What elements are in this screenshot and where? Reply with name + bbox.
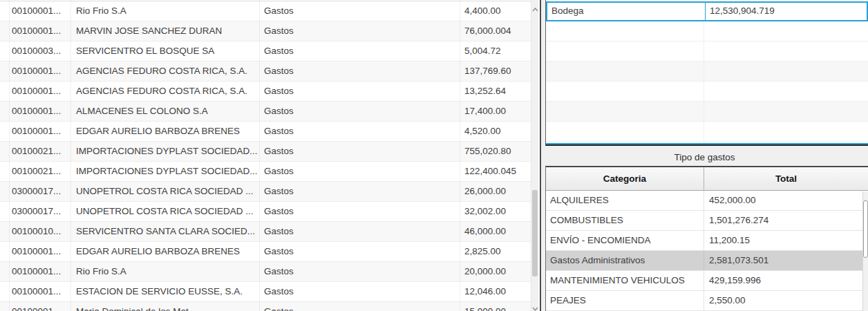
- row-id: 00100001...: [9, 242, 70, 261]
- empty-row[interactable]: [546, 41, 868, 62]
- expense-total: 2,581,073.501: [704, 251, 868, 270]
- table-row[interactable]: 00100001... Rio Frio S.A Gastos 20,000.0…: [0, 262, 531, 282]
- vendor-expenses-rows: 00100001... Rio Frio S.A Gastos 4,400.00…: [0, 1, 531, 311]
- row-id: 00100001...: [9, 1, 70, 21]
- table-row[interactable]: 00100001... AGENCIAS FEDURO COSTA RICA, …: [0, 82, 531, 102]
- empty-rows: [546, 21, 868, 142]
- row-amount: 17,400.00: [460, 102, 531, 121]
- row-id: 00100021...: [9, 142, 70, 161]
- expense-row[interactable]: ENVÍO - ENCOMIENDA 11,200.15: [546, 231, 868, 251]
- row-category: Gastos: [259, 62, 460, 81]
- row-amount: 26,000.00: [460, 182, 531, 201]
- row-category: Gastos: [259, 41, 460, 61]
- row-gutter: [0, 282, 9, 301]
- row-amount: 32,002.00: [460, 202, 531, 221]
- row-gutter: [0, 122, 9, 141]
- expense-category: MANTENIMIENTO VEHICULOS: [546, 271, 704, 290]
- row-category: Gastos: [259, 202, 460, 221]
- row-amount: 122,400.045: [460, 162, 531, 181]
- scrollbar-thumb[interactable]: [532, 190, 538, 276]
- expense-row[interactable]: COMBUSTIBLES 1,501,276.274: [546, 211, 868, 231]
- expense-total: 452,000.00: [704, 191, 868, 210]
- expense-total: 1,501,276.274: [704, 211, 868, 230]
- table-row[interactable]: 00100010... SERVICENTRO SANTA CLARA SOCI…: [0, 222, 531, 242]
- row-amount: 20,000.00: [460, 262, 531, 281]
- header-categoria[interactable]: Categoria: [546, 167, 704, 190]
- table-row[interactable]: 00100001... Maria Dominical de los Mat..…: [0, 302, 531, 311]
- chevron-up-icon[interactable]: [532, 3, 538, 14]
- expense-row[interactable]: PEAJES 2,550.00: [546, 291, 868, 311]
- row-vendor: ESTACION DE SERVICIO EUSSE, S.A.: [70, 282, 259, 301]
- row-category: Gastos: [259, 162, 460, 181]
- table-row[interactable]: 03000017... UNOPETROL COSTA RICA SOCIEDA…: [0, 202, 531, 222]
- table-row[interactable]: 00100021... IMPORTACIONES DYPLAST SOCIED…: [0, 162, 531, 182]
- row-category: Gastos: [259, 122, 460, 141]
- row-gutter: [0, 41, 9, 61]
- row-id: 00100001...: [9, 82, 70, 101]
- table-row[interactable]: 00100003... SERVICENTRO EL BOSQUE SA Gas…: [0, 41, 531, 62]
- empty-row[interactable]: [546, 21, 868, 41]
- expense-total: 2,550.00: [704, 291, 868, 310]
- table-row[interactable]: 00100001... Rio Frio S.A Gastos 4,400.00: [0, 1, 531, 21]
- expense-rows: ALQUILERES 452,000.00 COMBUSTIBLES 1,501…: [546, 191, 868, 311]
- row-gutter: [0, 222, 9, 241]
- table-row[interactable]: 00100021... IMPORTACIONES DYPLAST SOCIED…: [0, 142, 531, 162]
- table-row[interactable]: 00100001... EDGAR AURELIO BARBOZA BRENES…: [0, 242, 531, 262]
- vendor-expenses-grid: 00100001... Rio Frio S.A Gastos 4,400.00…: [0, 0, 531, 311]
- expense-row[interactable]: Gastos Administrativos 2,581,073.501: [546, 251, 868, 271]
- row-vendor: EDGAR AURELIO BARBOZA BRENES: [70, 242, 259, 261]
- table-row[interactable]: 00100001... ALMACENES EL COLONO S.A Gast…: [0, 102, 531, 122]
- expense-total: 429,159.996: [704, 271, 868, 290]
- row-id: 03000017...: [9, 202, 70, 221]
- row-amount: 76,000.004: [460, 21, 531, 41]
- section-title: Tipo de gastos: [541, 152, 868, 162]
- row-id: 03000017...: [9, 182, 70, 201]
- expense-category: ENVÍO - ENCOMIENDA: [546, 231, 704, 250]
- row-vendor: Maria Dominical de los Mat...: [70, 302, 259, 311]
- empty-row[interactable]: [546, 62, 868, 82]
- row-gutter: [0, 202, 9, 221]
- row-vendor: AGENCIAS FEDURO COSTA RICA, S.A.: [70, 82, 259, 101]
- row-amount: 15,000.00: [460, 302, 531, 311]
- row-gutter: [0, 242, 9, 261]
- row-id: 00100003...: [9, 41, 70, 61]
- table-row[interactable]: 00100001... EDGAR AURELIO BARBOZA BRENES…: [0, 122, 531, 142]
- row-vendor: EDGAR AURELIO BARBOZA BRENES: [70, 122, 259, 141]
- table-row[interactable]: 00100001... ESTACION DE SERVICIO EUSSE, …: [0, 282, 531, 302]
- row-category: Gastos: [259, 82, 460, 101]
- empty-row[interactable]: [546, 122, 868, 142]
- expense-category: COMBUSTIBLES: [546, 211, 704, 230]
- header-total[interactable]: Total: [704, 167, 868, 190]
- expense-row[interactable]: ALQUILERES 452,000.00: [546, 191, 868, 211]
- row-vendor: UNOPETROL COSTA RICA SOCIEDAD ...: [70, 182, 259, 201]
- scrollbar-thumb[interactable]: [863, 200, 868, 258]
- row-amount: 755,020.80: [460, 142, 531, 161]
- row-gutter: [0, 262, 9, 281]
- row-id: 00100001...: [9, 262, 70, 281]
- expense-category: PEAJES: [546, 291, 704, 310]
- row-category: Gastos: [259, 262, 460, 281]
- expense-total: 11,200.15: [704, 231, 868, 250]
- empty-row[interactable]: [546, 102, 868, 122]
- row-amount: 13,252.64: [460, 82, 531, 101]
- row-id: 00100001...: [9, 21, 70, 41]
- table-row[interactable]: 00100001... MARVIN JOSE SANCHEZ DURAN Ga…: [0, 21, 531, 41]
- warehouse-row[interactable]: Bodega 12,530,904.719: [546, 1, 868, 21]
- row-category: Gastos: [259, 1, 460, 21]
- row-amount: 12,046.00: [460, 282, 531, 301]
- table-header-row: Categoria Total: [546, 167, 868, 191]
- expense-row[interactable]: MANTENIMIENTO VEHICULOS 429,159.996: [546, 271, 868, 291]
- empty-row[interactable]: [546, 82, 868, 102]
- row-amount: 4,520.00: [460, 122, 531, 141]
- row-amount: 2,825.00: [460, 242, 531, 261]
- chevron-down-icon[interactable]: [532, 303, 538, 311]
- table-row[interactable]: 03000017... UNOPETROL COSTA RICA SOCIEDA…: [0, 182, 531, 202]
- row-id: 00100001...: [9, 122, 70, 141]
- row-gutter: [0, 82, 9, 101]
- table-row[interactable]: 00100001... AGENCIAS FEDURO COSTA RICA, …: [0, 62, 531, 82]
- row-vendor: SERVICENTRO EL BOSQUE SA: [70, 41, 259, 61]
- row-id: 00100021...: [9, 162, 70, 181]
- warehouse-total-grid: Bodega 12,530,904.719: [545, 0, 868, 146]
- row-amount: 5,004.72: [460, 41, 531, 61]
- row-vendor: ALMACENES EL COLONO S.A: [70, 102, 259, 121]
